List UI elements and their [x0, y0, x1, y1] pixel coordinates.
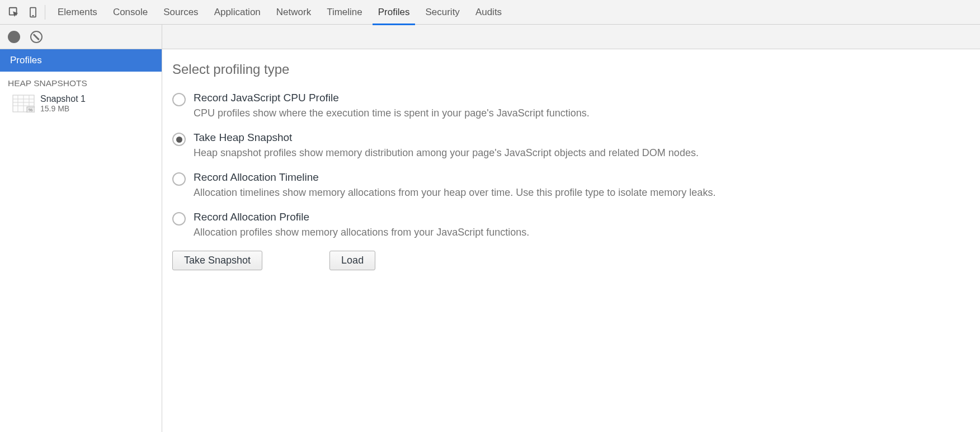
separator: [45, 5, 45, 20]
snapshot-item[interactable]: % Snapshot 1 15.9 MB: [0, 92, 162, 115]
profile-option[interactable]: Record Allocation ProfileAllocation prof…: [172, 211, 980, 238]
main-panel: Select profiling type Record JavaScript …: [162, 25, 980, 432]
option-title: Record Allocation Timeline: [194, 171, 715, 184]
tab-profiles[interactable]: Profiles: [370, 0, 418, 25]
option-desc: CPU profiles show where the execution ti…: [194, 107, 590, 119]
tab-security[interactable]: Security: [417, 0, 467, 25]
page-title: Select profiling type: [172, 62, 980, 77]
option-desc: Heap snapshot profiles show memory distr…: [194, 147, 699, 159]
profile-option[interactable]: Take Heap SnapshotHeap snapshot profiles…: [172, 132, 980, 159]
tab-console[interactable]: Console: [105, 0, 156, 25]
tab-timeline[interactable]: Timeline: [319, 0, 370, 25]
radio-button[interactable]: [172, 93, 186, 106]
radio-button[interactable]: [172, 133, 186, 146]
inspect-element-icon[interactable]: [4, 3, 23, 22]
profiles-sidebar: Profiles HEAP SNAPSHOTS % Snapshot 1 15.…: [0, 25, 162, 432]
option-title: Record JavaScript CPU Profile: [194, 92, 590, 104]
sidebar-group-label: HEAP SNAPSHOTS: [0, 72, 162, 92]
load-button[interactable]: Load: [329, 251, 375, 270]
profile-option[interactable]: Record Allocation TimelineAllocation tim…: [172, 171, 980, 199]
sidebar-toolbar: [0, 25, 162, 49]
snapshot-meta: 15.9 MB: [40, 104, 86, 113]
tab-sources[interactable]: Sources: [156, 0, 206, 25]
option-desc: Allocation profiles show memory allocati…: [194, 227, 529, 238]
tab-audits[interactable]: Audits: [468, 0, 510, 25]
snapshot-name: Snapshot 1: [40, 94, 86, 104]
option-desc: Allocation timelines show memory allocat…: [194, 187, 715, 199]
panel-body: Profiles HEAP SNAPSHOTS % Snapshot 1 15.…: [0, 25, 980, 432]
profile-option[interactable]: Record JavaScript CPU ProfileCPU profile…: [172, 92, 980, 119]
tab-application[interactable]: Application: [206, 0, 268, 25]
record-icon[interactable]: [8, 31, 20, 43]
svg-text:%: %: [29, 107, 32, 112]
option-title: Take Heap Snapshot: [194, 132, 699, 144]
main-content: Select profiling type Record JavaScript …: [162, 49, 980, 270]
radio-button[interactable]: [172, 172, 186, 186]
sidebar-header[interactable]: Profiles: [0, 49, 162, 72]
tab-elements[interactable]: Elements: [50, 0, 105, 25]
radio-button[interactable]: [172, 212, 186, 226]
action-row: Take Snapshot Load: [172, 251, 980, 270]
devtools-tabbar: ElementsConsoleSourcesApplicationNetwork…: [0, 0, 980, 25]
device-mode-icon[interactable]: [23, 3, 43, 22]
main-toolbar: [162, 25, 980, 49]
option-title: Record Allocation Profile: [194, 211, 529, 223]
snapshot-thumb-icon: %: [12, 95, 35, 112]
clear-icon[interactable]: [30, 31, 43, 43]
snapshot-item-text: Snapshot 1 15.9 MB: [40, 94, 86, 113]
take-snapshot-button[interactable]: Take Snapshot: [172, 251, 262, 270]
tab-network[interactable]: Network: [268, 0, 319, 25]
